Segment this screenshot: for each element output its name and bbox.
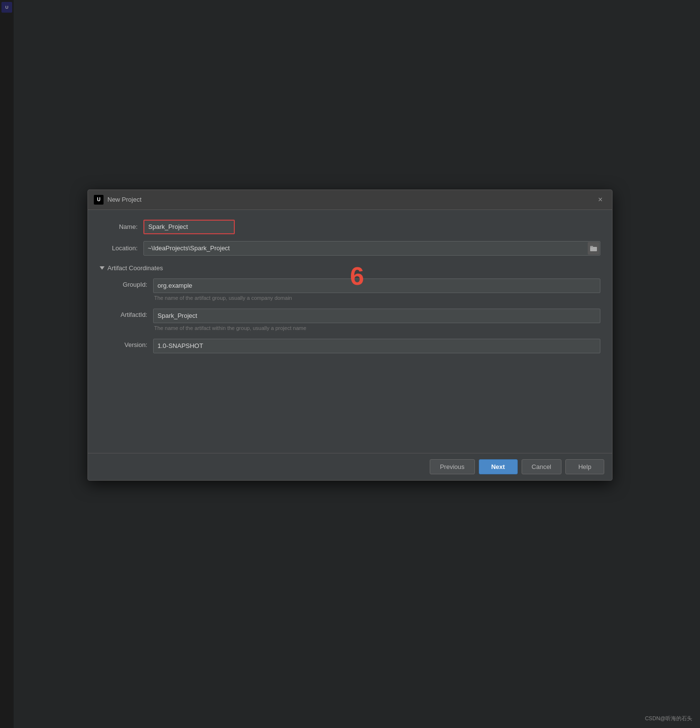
artifact-header[interactable]: Artifact Coordinates [100,264,600,272]
version-label: Version: [109,339,153,348]
location-input-wrapper [143,241,600,256]
version-row: Version: [109,339,600,355]
name-input[interactable] [143,220,235,234]
groupid-right: The name of the artifact group, usually … [153,278,600,307]
groupid-row: GroupId: The name of the artifact group,… [109,278,600,307]
artifact-fields: GroupId: The name of the artifact group,… [100,278,600,355]
location-row: Location: [100,241,600,256]
previous-button[interactable]: Previous [430,459,475,474]
artifactid-hint: The name of the artifact within the grou… [153,325,600,331]
close-button[interactable]: × [595,194,606,206]
cancel-button[interactable]: Cancel [522,459,561,474]
next-button[interactable]: Next [479,459,518,474]
folder-icon [590,245,597,251]
artifactid-right: The name of the artifact within the grou… [153,309,600,337]
artifactid-input[interactable] [153,309,600,323]
intellij-logo-icon: U [94,195,104,205]
name-input-wrapper [143,220,600,234]
dialog-titlebar: U New Project × [88,190,612,210]
dialog-title-text: New Project [107,196,141,203]
dialog-body: Name: Location: [88,210,612,453]
help-button[interactable]: Help [565,459,604,474]
location-input[interactable] [143,241,600,256]
svg-rect-1 [590,246,593,247]
dialog-footer: Previous Next Cancel Help [88,453,612,480]
name-label: Name: [100,223,143,230]
version-input[interactable] [153,339,600,353]
watermark: CSDN@听海的石头 [645,715,692,722]
groupid-hint: The name of the artifact group, usually … [153,295,600,301]
collapse-triangle-icon [100,266,105,270]
svg-rect-0 [590,247,597,251]
dialog-title-left: U New Project [94,195,141,205]
artifact-section-title: Artifact Coordinates [107,264,163,272]
artifact-coordinates-section: Artifact Coordinates GroupId: The name o… [100,264,600,355]
browse-folder-button[interactable] [588,242,599,255]
groupid-label: GroupId: [109,278,153,288]
artifactid-label: ArtifactId: [109,309,153,318]
version-right [153,339,600,355]
artifactid-row: ArtifactId: The name of the artifact wit… [109,309,600,337]
new-project-dialog: U New Project × Name: Location: [88,190,612,481]
name-row: Name: [100,220,600,234]
groupid-input[interactable] [153,278,600,293]
location-label: Location: [100,244,143,252]
